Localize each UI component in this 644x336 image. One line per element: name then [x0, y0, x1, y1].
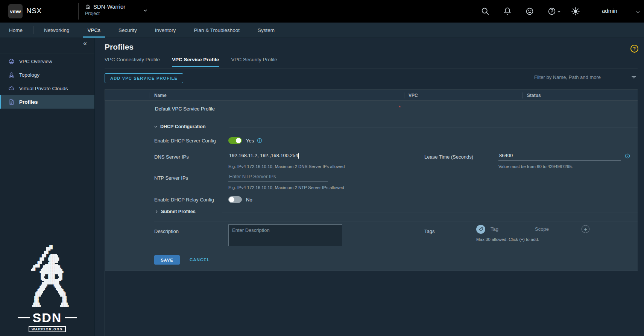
chevron-right-icon [154, 209, 159, 214]
sidebar-item-profiles[interactable]: Profiles [0, 95, 94, 109]
filter-input[interactable]: Filter by Name, Path and more [526, 73, 638, 82]
help-icon[interactable] [547, 7, 556, 16]
column-divider[interactable] [149, 92, 149, 98]
nav-item-security[interactable]: Security [109, 23, 146, 38]
sdn-logo: SDN [0, 311, 94, 324]
dns-server-ips-input[interactable]: 192.168.11.2, 192.,168.100.254 [228, 152, 328, 161]
lease-time-input[interactable]: 86400 [498, 152, 621, 161]
add-tag-plus-icon[interactable]: + [582, 225, 589, 233]
warrior-org-label: WARRIOR.ORG [29, 326, 66, 332]
filter-icon[interactable] [631, 75, 637, 81]
column-header-status[interactable]: Status [527, 93, 541, 98]
project-icon [85, 4, 91, 9]
tab-vpc-connectivity-profile[interactable]: VPC Connectivity Profile [105, 57, 160, 67]
subnet-section-title: Subnet Profiles [161, 209, 196, 214]
nav-item-plan-troubleshoot[interactable]: Plan & Troubleshoot [185, 23, 249, 38]
help-chevron-down-icon[interactable] [557, 10, 561, 14]
project-chevron-down-icon[interactable] [142, 8, 148, 14]
project-name: SDN-Warrior [93, 3, 125, 10]
nav-item-home[interactable]: Home [0, 23, 32, 38]
profile-edit-form: Default VPC Service Profile * DHCP Confi… [105, 101, 638, 271]
logo-right-line [65, 317, 77, 318]
feedback-smiley-icon[interactable] [525, 7, 534, 16]
tag-input[interactable]: Tag [489, 226, 529, 234]
sidebar-item-label: Virtual Private Clouds [19, 86, 68, 91]
page-title: Profiles [105, 42, 134, 51]
add-vpc-service-profile-button[interactable]: ADD VPC SERVICE PROFILE [105, 73, 183, 83]
main-content: Profiles ? VPC Connectivity Profile VPC … [95, 38, 644, 336]
sidebar-item-label: VPC Overview [19, 59, 52, 64]
scope-input[interactable]: Scope [533, 226, 578, 234]
theme-sun-icon[interactable] [571, 7, 580, 16]
project-sublabel: Project [85, 11, 125, 16]
column-header-vpc[interactable]: VPC [409, 93, 418, 98]
topbar-divider [78, 3, 79, 20]
user-chevron-down-icon[interactable] [636, 10, 640, 14]
enable-dhcp-server-label: Enable DHCP Server Config [154, 138, 216, 144]
product-name: NSX [26, 7, 42, 15]
required-asterisk: * [399, 104, 401, 110]
table-header: Name VPC Status [105, 89, 638, 101]
sidebar-item-label: Topology [19, 72, 39, 78]
tabbar-divider [105, 68, 638, 68]
page-help-icon[interactable]: ? [630, 45, 638, 53]
ntp-helper-text: E.g. IPv4 172.16.10.10, Maximum 2 NTP Se… [228, 185, 344, 190]
lease-time-label: Lease Time (Seconds) [424, 154, 473, 160]
lease-time-helper-text: Value must be from 60 to 4294967295. [498, 164, 573, 169]
sidebar-item-topology[interactable]: Topology [0, 68, 94, 82]
sdn-warrior-art: ▄▟█ ▄█▀ ▄█▀ ▄▄▄ ▄█▀ ▟███▙ ▄█▀ ▜███▛ ▄█▀ … [0, 245, 94, 332]
user-menu[interactable]: admin [602, 8, 617, 14]
logo-left-line [18, 317, 30, 318]
tags-helper-text: Max 30 allowed. Click (+) to add. [476, 237, 539, 242]
dns-server-ips-label: DNS Server IPs [154, 154, 189, 160]
project-selector[interactable]: SDN-Warrior Project [85, 3, 125, 16]
dhcp-configuration-section-toggle[interactable]: DHCP Configuration [153, 124, 206, 129]
tab-vpc-security-profile[interactable]: VPC Security Profile [231, 57, 277, 67]
enable-dhcp-relay-toggle[interactable] [228, 196, 242, 203]
enable-dhcp-server-toggle[interactable] [228, 137, 242, 144]
main-nav: Home Networking VPCs Security Inventory … [0, 23, 644, 38]
nsx-app-window: vmw NSX SDN-Warrior Project admin Home N… [0, 0, 644, 336]
info-icon[interactable] [257, 138, 263, 144]
column-divider[interactable] [522, 92, 523, 98]
nav-item-vpcs[interactable]: VPCs [79, 23, 110, 38]
nav-item-inventory[interactable]: Inventory [146, 23, 185, 38]
tab-vpc-service-profile[interactable]: VPC Service Profile [172, 57, 219, 67]
ntp-server-ips-input[interactable]: Enter NTP Server IPs [228, 173, 328, 182]
nav-item-system[interactable]: System [249, 23, 284, 38]
section-divider [229, 127, 638, 127]
dns-helper-text: E.g. IPv4 172.16.10.10, Maximum 2 DNS Se… [228, 164, 345, 169]
tags-label: Tags [424, 229, 434, 234]
column-header-name[interactable]: Name [154, 93, 167, 98]
top-bar: vmw NSX SDN-Warrior Project admin [0, 0, 644, 23]
pixel-warrior-art: ▄▟█ ▄█▀ ▄█▀ ▄▄▄ ▄█▀ ▟███▙ ▄█▀ ▜███▛ ▄█▀ … [24, 245, 70, 306]
cloud-icon [8, 85, 15, 92]
description-textarea[interactable] [228, 224, 342, 246]
sidebar-item-virtual-private-clouds[interactable]: Virtual Private Clouds [0, 82, 94, 95]
topology-icon [8, 72, 15, 78]
sidebar-collapse-icon[interactable]: « [83, 39, 87, 47]
sidebar-divider [0, 53, 94, 53]
nav-divider [33, 26, 33, 34]
section-divider [222, 212, 638, 212]
description-label: Description [154, 229, 179, 234]
ntp-placeholder: Enter NTP Server IPs [229, 174, 276, 179]
subnet-profiles-section-toggle[interactable]: Subnet Profiles [154, 209, 196, 214]
profile-tabs: VPC Connectivity Profile VPC Service Pro… [105, 57, 277, 67]
form-divider [154, 221, 638, 221]
profile-document-icon [8, 99, 15, 105]
vmw-logo[interactable]: vmw [8, 4, 23, 18]
column-divider[interactable] [404, 92, 404, 98]
filter-placeholder: Filter by Name, Path and more [534, 74, 601, 80]
ntp-server-ips-label: NTP Server IPs [154, 175, 188, 181]
cancel-button[interactable]: CANCEL [190, 257, 210, 262]
sidebar-item-vpc-overview[interactable]: VPC Overview [0, 54, 94, 68]
tag-icon[interactable] [476, 225, 485, 234]
notifications-bell-icon[interactable] [503, 7, 512, 16]
profile-name-input[interactable]: Default VPC Service Profile [154, 105, 395, 114]
save-button[interactable]: SAVE [154, 255, 180, 265]
enable-dhcp-server-value: Yes [246, 138, 254, 144]
search-icon[interactable] [481, 7, 490, 16]
nav-item-networking[interactable]: Networking [35, 23, 79, 38]
info-icon[interactable] [624, 153, 630, 159]
